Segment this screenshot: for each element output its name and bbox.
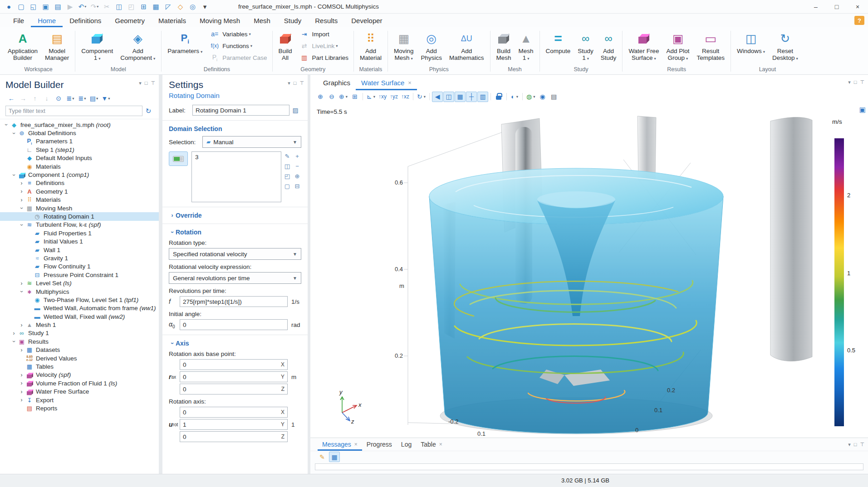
tree-node-reports[interactable]: ▤Reports — [0, 404, 159, 412]
maximize-button[interactable]: □ — [826, 0, 847, 14]
ribbon-tab-results[interactable]: Results — [308, 14, 344, 27]
expander-icon[interactable]: › — [11, 171, 17, 178]
show-axes-button[interactable]: ┼ — [466, 92, 477, 102]
expander-icon[interactable]: › — [11, 130, 17, 136]
rotation-type-dropdown[interactable]: Specified rotational velocity ▼ — [169, 248, 301, 260]
info-tab-progress[interactable]: Progress — [362, 439, 397, 451]
back-button[interactable]: ← — [5, 93, 17, 103]
float-panel-icon[interactable]: □ — [294, 80, 297, 86]
expander-icon[interactable]: › — [19, 221, 25, 228]
add-study-button[interactable]: ∞AddStudy — [597, 28, 620, 62]
clear-selection-icon[interactable]: ▢ — [283, 181, 292, 190]
environment-button[interactable]: ◍▾ — [525, 92, 537, 102]
base-y-field[interactable]: 0Y — [180, 371, 288, 382]
plot-3d[interactable]: Time=5.5 s m/s 2 1 0.5 0.6 0.4 0.2 m -0.… — [310, 103, 868, 438]
rename-icon[interactable]: ▨ — [289, 107, 301, 114]
customize-qat-icon[interactable]: ▾ — [199, 1, 211, 12]
open-file-icon[interactable]: ◱ — [27, 1, 39, 12]
ribbon-tab-study[interactable]: Study — [277, 14, 308, 27]
rpt-field[interactable]: 275[rpm]*step1(t[1/s]) — [180, 296, 288, 307]
redo-icon[interactable]: ↷▾ — [88, 1, 101, 12]
rve-dropdown[interactable]: General revolutions per time ▼ — [169, 272, 301, 284]
tree-node-multiphysics[interactable]: ›∗Multiphysics — [0, 287, 159, 296]
expander-icon[interactable]: › — [19, 288, 25, 295]
view-xy-button[interactable]: ↑xy — [377, 92, 388, 102]
print-button[interactable]: ▤ — [549, 92, 559, 102]
tree-node-water-free-surface[interactable]: ›Water Free Surface — [0, 388, 159, 396]
undo-icon[interactable]: ↶▾ — [76, 1, 88, 12]
axis-section-header[interactable]: › Axis — [169, 340, 301, 347]
select-box-icon[interactable]: ◸ — [162, 1, 174, 12]
component-1-button[interactable]: Component1▾ — [78, 28, 117, 62]
go-to-view-button[interactable]: ⊾▾ — [365, 92, 377, 102]
show-legend-button[interactable]: ▥ — [477, 92, 488, 102]
scene-light-button[interactable]: ◐▾ — [509, 92, 520, 102]
expander-icon[interactable]: › — [18, 372, 25, 378]
paste-selection-icon[interactable]: ◰ — [283, 171, 292, 180]
selection-list[interactable]: 3 — [191, 151, 281, 202]
comsol-logo-icon[interactable]: ● — [3, 1, 15, 12]
forward-button[interactable]: → — [17, 93, 29, 103]
tree-node-wetted-wall-automatic-from-frame[interactable]: ▬Wetted Wall, Automatic from frame (ww1) — [0, 304, 159, 312]
clear-messages-button[interactable]: ✎ — [317, 452, 328, 462]
expander-icon[interactable]: › — [18, 197, 25, 203]
axis-x-field[interactable]: 0X — [180, 407, 288, 418]
filter-button[interactable]: ▼▾ — [100, 93, 112, 103]
close-tab-icon[interactable]: × — [439, 441, 442, 448]
snapshot-button[interactable]: ◉ — [537, 92, 548, 102]
axis-z-field[interactable]: 0Z — [180, 431, 288, 442]
collapse-panel-icon[interactable]: ▾ — [288, 80, 290, 86]
expander-icon[interactable]: › — [18, 322, 25, 328]
collapse-panel-icon[interactable]: ▾ — [848, 442, 851, 448]
add-component-button[interactable]: ◈AddComponent▾ — [117, 28, 159, 62]
base-x-field[interactable]: 0X — [180, 359, 288, 370]
find-icon[interactable]: ◎ — [186, 1, 199, 12]
collapse-panel-icon[interactable]: ▾ — [139, 80, 142, 86]
tree-node-parameters-1[interactable]: PiParameters 1 — [0, 137, 159, 146]
info-tab-table[interactable]: Table× — [416, 439, 446, 451]
tree-node-initial-values-1[interactable]: ▰Initial Values 1 — [0, 237, 159, 245]
active-toggle-button[interactable] — [169, 151, 188, 166]
livelink-button[interactable]: ⇄LiveLink▾ — [296, 40, 351, 52]
add-material-button[interactable]: ⠿AddMaterial — [356, 28, 385, 62]
ribbon-tab-materials[interactable]: Materials — [152, 14, 193, 27]
node-columns-button[interactable]: ▤▾ — [88, 93, 100, 103]
copy-selection-icon[interactable]: ◫ — [283, 161, 292, 170]
show-grid-button[interactable]: ▦ — [455, 92, 466, 102]
tree-node-tables[interactable]: ▦Tables — [0, 362, 159, 370]
tree-node-two-phase-flow-level-set-1[interactable]: ◉Two-Phase Flow, Level Set 1 (tpf1) — [0, 296, 159, 304]
add-selection-icon[interactable]: + — [293, 151, 302, 161]
windows-button[interactable]: ◫Windows▾ — [733, 28, 769, 55]
ribbon-tab-file[interactable]: File — [6, 14, 31, 27]
tree-node-export[interactable]: ›↧Export — [0, 396, 159, 404]
close-tab-icon[interactable]: × — [354, 441, 358, 448]
tree-node-flow-continuity-1[interactable]: ▰Flow Continuity 1 — [0, 263, 159, 271]
tree-node-step-1[interactable]: ∟Step 1 (step1) — [0, 146, 159, 154]
add-plot-group-button[interactable]: ▣Add PlotGroup▾ — [662, 28, 693, 62]
deselect-icon[interactable]: ⊟ — [293, 181, 302, 190]
result-templates-button[interactable]: ▭ResultTemplates — [693, 28, 728, 62]
application-builder-button[interactable]: AApplicationBuilder — [4, 28, 41, 62]
build-mesh-button[interactable]: BuildMesh — [493, 28, 515, 62]
expander-icon[interactable]: › — [18, 347, 25, 353]
parameters-button[interactable]: PiParameters▾ — [164, 28, 206, 55]
compute-button[interactable]: =Compute — [542, 28, 574, 55]
delete-icon[interactable]: ▦ — [150, 1, 162, 12]
tree-node-global-definitions[interactable]: ›⊚Global Definitions — [0, 129, 159, 137]
duplicate-icon[interactable]: ⊞ — [137, 1, 150, 12]
zoom-selection-icon[interactable]: ⊕ — [293, 171, 302, 180]
view-xz-button[interactable]: ↑xz — [400, 92, 411, 102]
tree-node-turbulent-flow-k-[interactable]: ›≋Turbulent Flow, k-ε (spf) — [0, 221, 159, 229]
tree-node-moving-mesh[interactable]: ›▦Moving Mesh — [0, 204, 159, 212]
move-down-button[interactable]: ↓ — [41, 93, 53, 103]
add-physics-button[interactable]: ◎AddPhysics — [417, 28, 446, 62]
domain-selection-header[interactable]: Domain Selection — [169, 125, 301, 132]
variables-button[interactable]: a=Variables▾ — [206, 28, 270, 40]
plot-window-icon[interactable]: ▣ — [859, 106, 866, 114]
expander-icon[interactable]: › — [18, 280, 25, 287]
functions-button[interactable]: f(x)Functions▾ — [206, 40, 270, 52]
view-yz-button[interactable]: ↑yz — [388, 92, 399, 102]
table-view-button[interactable]: ▦ — [329, 452, 340, 462]
zoom-extents-button[interactable]: ⊞ — [349, 92, 360, 102]
build-all-button[interactable]: BuildAll — [275, 28, 296, 62]
